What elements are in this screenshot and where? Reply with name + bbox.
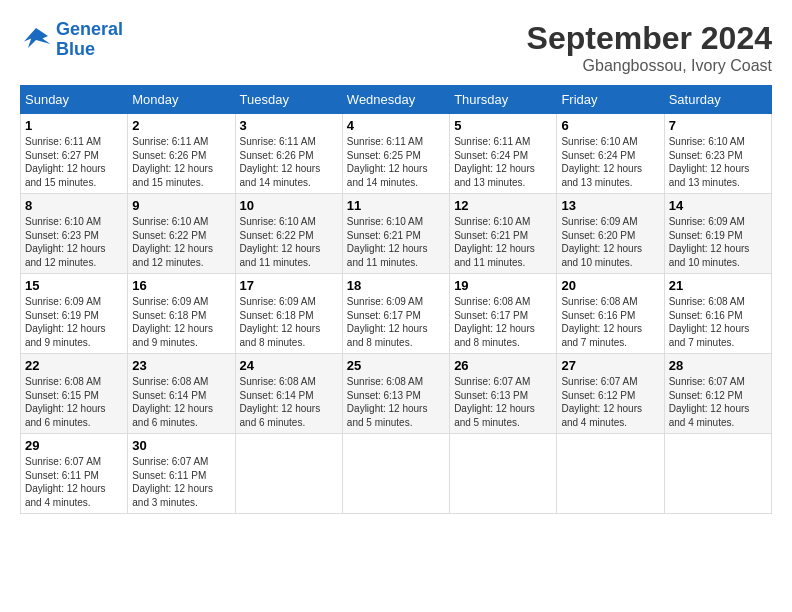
table-row: 20 Sunrise: 6:08 AM Sunset: 6:16 PM Dayl… <box>557 274 664 354</box>
table-row <box>664 434 771 514</box>
col-wednesday: Wednesday <box>342 86 449 114</box>
day-number: 24 <box>240 358 338 373</box>
table-row: 26 Sunrise: 6:07 AM Sunset: 6:13 PM Dayl… <box>450 354 557 434</box>
table-row: 4 Sunrise: 6:11 AM Sunset: 6:25 PM Dayli… <box>342 114 449 194</box>
calendar-table: Sunday Monday Tuesday Wednesday Thursday… <box>20 85 772 514</box>
day-number: 11 <box>347 198 445 213</box>
day-number: 7 <box>669 118 767 133</box>
day-info: Sunrise: 6:09 AM Sunset: 6:18 PM Dayligh… <box>132 295 230 349</box>
logo: General Blue <box>20 20 123 60</box>
calendar-week-row: 29 Sunrise: 6:07 AM Sunset: 6:11 PM Dayl… <box>21 434 772 514</box>
table-row: 14 Sunrise: 6:09 AM Sunset: 6:19 PM Dayl… <box>664 194 771 274</box>
day-info: Sunrise: 6:08 AM Sunset: 6:14 PM Dayligh… <box>132 375 230 429</box>
table-row <box>450 434 557 514</box>
day-number: 21 <box>669 278 767 293</box>
calendar-header-row: Sunday Monday Tuesday Wednesday Thursday… <box>21 86 772 114</box>
day-number: 13 <box>561 198 659 213</box>
calendar-week-row: 8 Sunrise: 6:10 AM Sunset: 6:23 PM Dayli… <box>21 194 772 274</box>
table-row: 16 Sunrise: 6:09 AM Sunset: 6:18 PM Dayl… <box>128 274 235 354</box>
table-row: 23 Sunrise: 6:08 AM Sunset: 6:14 PM Dayl… <box>128 354 235 434</box>
calendar-week-row: 15 Sunrise: 6:09 AM Sunset: 6:19 PM Dayl… <box>21 274 772 354</box>
day-number: 25 <box>347 358 445 373</box>
day-info: Sunrise: 6:10 AM Sunset: 6:22 PM Dayligh… <box>132 215 230 269</box>
day-info: Sunrise: 6:10 AM Sunset: 6:23 PM Dayligh… <box>669 135 767 189</box>
day-number: 8 <box>25 198 123 213</box>
day-number: 29 <box>25 438 123 453</box>
day-info: Sunrise: 6:07 AM Sunset: 6:13 PM Dayligh… <box>454 375 552 429</box>
table-row: 30 Sunrise: 6:07 AM Sunset: 6:11 PM Dayl… <box>128 434 235 514</box>
day-number: 2 <box>132 118 230 133</box>
day-info: Sunrise: 6:07 AM Sunset: 6:11 PM Dayligh… <box>25 455 123 509</box>
day-number: 17 <box>240 278 338 293</box>
table-row: 3 Sunrise: 6:11 AM Sunset: 6:26 PM Dayli… <box>235 114 342 194</box>
table-row <box>235 434 342 514</box>
day-info: Sunrise: 6:08 AM Sunset: 6:16 PM Dayligh… <box>561 295 659 349</box>
day-info: Sunrise: 6:07 AM Sunset: 6:12 PM Dayligh… <box>561 375 659 429</box>
day-number: 5 <box>454 118 552 133</box>
day-number: 15 <box>25 278 123 293</box>
table-row: 11 Sunrise: 6:10 AM Sunset: 6:21 PM Dayl… <box>342 194 449 274</box>
day-info: Sunrise: 6:09 AM Sunset: 6:20 PM Dayligh… <box>561 215 659 269</box>
day-number: 10 <box>240 198 338 213</box>
table-row: 2 Sunrise: 6:11 AM Sunset: 6:26 PM Dayli… <box>128 114 235 194</box>
col-saturday: Saturday <box>664 86 771 114</box>
table-row <box>342 434 449 514</box>
table-row: 19 Sunrise: 6:08 AM Sunset: 6:17 PM Dayl… <box>450 274 557 354</box>
table-row: 15 Sunrise: 6:09 AM Sunset: 6:19 PM Dayl… <box>21 274 128 354</box>
day-number: 6 <box>561 118 659 133</box>
day-number: 23 <box>132 358 230 373</box>
table-row: 10 Sunrise: 6:10 AM Sunset: 6:22 PM Dayl… <box>235 194 342 274</box>
day-number: 12 <box>454 198 552 213</box>
logo-line1: General <box>56 19 123 39</box>
day-info: Sunrise: 6:10 AM Sunset: 6:24 PM Dayligh… <box>561 135 659 189</box>
table-row: 29 Sunrise: 6:07 AM Sunset: 6:11 PM Dayl… <box>21 434 128 514</box>
day-number: 3 <box>240 118 338 133</box>
table-row: 18 Sunrise: 6:09 AM Sunset: 6:17 PM Dayl… <box>342 274 449 354</box>
day-info: Sunrise: 6:11 AM Sunset: 6:24 PM Dayligh… <box>454 135 552 189</box>
day-info: Sunrise: 6:08 AM Sunset: 6:16 PM Dayligh… <box>669 295 767 349</box>
table-row: 8 Sunrise: 6:10 AM Sunset: 6:23 PM Dayli… <box>21 194 128 274</box>
day-info: Sunrise: 6:08 AM Sunset: 6:15 PM Dayligh… <box>25 375 123 429</box>
day-info: Sunrise: 6:11 AM Sunset: 6:26 PM Dayligh… <box>240 135 338 189</box>
day-number: 18 <box>347 278 445 293</box>
day-info: Sunrise: 6:07 AM Sunset: 6:12 PM Dayligh… <box>669 375 767 429</box>
table-row: 5 Sunrise: 6:11 AM Sunset: 6:24 PM Dayli… <box>450 114 557 194</box>
table-row: 6 Sunrise: 6:10 AM Sunset: 6:24 PM Dayli… <box>557 114 664 194</box>
day-info: Sunrise: 6:08 AM Sunset: 6:13 PM Dayligh… <box>347 375 445 429</box>
calendar-week-row: 1 Sunrise: 6:11 AM Sunset: 6:27 PM Dayli… <box>21 114 772 194</box>
day-number: 14 <box>669 198 767 213</box>
calendar-week-row: 22 Sunrise: 6:08 AM Sunset: 6:15 PM Dayl… <box>21 354 772 434</box>
svg-marker-0 <box>24 28 50 48</box>
month-year-title: September 2024 <box>527 20 772 57</box>
day-info: Sunrise: 6:10 AM Sunset: 6:23 PM Dayligh… <box>25 215 123 269</box>
table-row: 24 Sunrise: 6:08 AM Sunset: 6:14 PM Dayl… <box>235 354 342 434</box>
logo-icon <box>20 24 52 56</box>
day-info: Sunrise: 6:09 AM Sunset: 6:17 PM Dayligh… <box>347 295 445 349</box>
day-number: 1 <box>25 118 123 133</box>
day-info: Sunrise: 6:10 AM Sunset: 6:22 PM Dayligh… <box>240 215 338 269</box>
day-number: 20 <box>561 278 659 293</box>
day-number: 30 <box>132 438 230 453</box>
col-tuesday: Tuesday <box>235 86 342 114</box>
day-info: Sunrise: 6:08 AM Sunset: 6:14 PM Dayligh… <box>240 375 338 429</box>
location-subtitle: Gbangbossou, Ivory Coast <box>527 57 772 75</box>
table-row: 21 Sunrise: 6:08 AM Sunset: 6:16 PM Dayl… <box>664 274 771 354</box>
day-number: 22 <box>25 358 123 373</box>
logo-line2: Blue <box>56 39 95 59</box>
col-monday: Monday <box>128 86 235 114</box>
day-number: 26 <box>454 358 552 373</box>
day-info: Sunrise: 6:07 AM Sunset: 6:11 PM Dayligh… <box>132 455 230 509</box>
day-info: Sunrise: 6:09 AM Sunset: 6:19 PM Dayligh… <box>669 215 767 269</box>
day-info: Sunrise: 6:10 AM Sunset: 6:21 PM Dayligh… <box>454 215 552 269</box>
col-thursday: Thursday <box>450 86 557 114</box>
day-number: 27 <box>561 358 659 373</box>
day-number: 9 <box>132 198 230 213</box>
day-info: Sunrise: 6:11 AM Sunset: 6:26 PM Dayligh… <box>132 135 230 189</box>
table-row: 12 Sunrise: 6:10 AM Sunset: 6:21 PM Dayl… <box>450 194 557 274</box>
table-row <box>557 434 664 514</box>
day-number: 16 <box>132 278 230 293</box>
table-row: 25 Sunrise: 6:08 AM Sunset: 6:13 PM Dayl… <box>342 354 449 434</box>
table-row: 17 Sunrise: 6:09 AM Sunset: 6:18 PM Dayl… <box>235 274 342 354</box>
day-number: 4 <box>347 118 445 133</box>
day-number: 19 <box>454 278 552 293</box>
